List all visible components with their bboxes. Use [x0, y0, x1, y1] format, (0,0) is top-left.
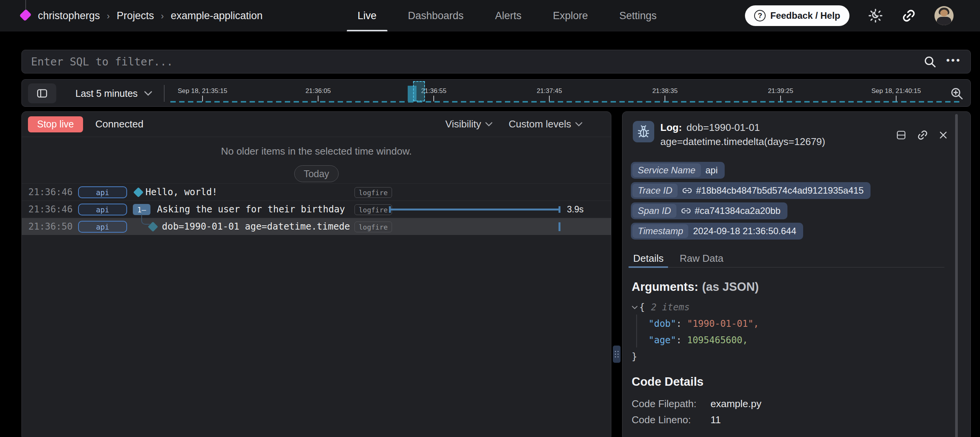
- chevron-right-icon: ›: [107, 11, 110, 21]
- row-timestamp: 21:36:46: [28, 187, 73, 197]
- json-close-brace: }: [632, 349, 637, 365]
- divider: [164, 85, 165, 102]
- panel-resize-handle[interactable]: [613, 346, 621, 363]
- scope-tag[interactable]: logfire: [354, 204, 392, 215]
- span-tick: [559, 222, 560, 231]
- main-tabs: Live Dashboards Alerts Explore Settings: [358, 0, 657, 31]
- span-id-badge[interactable]: Span ID #ca741384ca2a20bb: [631, 202, 787, 219]
- top-nav: christophergs › Projects › example-appli…: [0, 0, 980, 31]
- timestamp-badge[interactable]: Timestamp 2024-09-18 21:36:50.644: [631, 223, 803, 240]
- span-detail-panel: Log:dob=1990-01-01 age=datetime.timedelt…: [622, 111, 971, 437]
- tick-label: 21:36:05: [305, 87, 331, 95]
- scrollbar[interactable]: [955, 114, 958, 437]
- detail-title-kind: Log:: [660, 122, 682, 133]
- tab-raw-data[interactable]: Raw Data: [677, 249, 725, 267]
- tree-connector: [141, 214, 150, 225]
- visibility-dropdown[interactable]: Visibility: [445, 118, 492, 130]
- detail-title: Log:dob=1990-01-01 age=datetime.timedelt…: [660, 121, 825, 149]
- chevron-down-icon: [485, 122, 493, 127]
- tick-mark: [202, 96, 203, 101]
- json-items-note: 2 items: [651, 299, 689, 316]
- breadcrumb-project[interactable]: example-application: [171, 10, 263, 22]
- json-open-brace: {: [639, 299, 645, 316]
- badge-value: api: [701, 165, 723, 176]
- avatar-face: [940, 10, 948, 16]
- trace-id-badge[interactable]: Trace ID #18b84cb4847b5d574c4ad9121935a4…: [631, 182, 871, 199]
- tick-mark: [318, 96, 318, 101]
- tab-details[interactable]: Details: [631, 249, 666, 267]
- tab-alerts[interactable]: Alerts: [495, 0, 521, 31]
- user-avatar[interactable]: [934, 6, 954, 25]
- code-filepath-row: Code Filepath: example.py: [632, 398, 761, 410]
- tick-mark: [780, 96, 781, 101]
- service-pill[interactable]: api: [78, 221, 127, 233]
- chevron-right-icon: ›: [161, 11, 164, 21]
- tick-label: Sep 18, 21:35:15: [178, 87, 227, 95]
- close-icon[interactable]: [938, 130, 948, 140]
- tab-settings[interactable]: Settings: [619, 0, 657, 31]
- logfire-logo-icon[interactable]: [20, 9, 32, 21]
- collapse-children-badge[interactable]: 1–: [133, 204, 150, 215]
- json-colon: :: [676, 316, 681, 332]
- json-number-value: 1095465600,: [687, 332, 748, 349]
- sidebar-toggle-button[interactable]: [28, 83, 56, 103]
- log-row-selected[interactable]: 21:36:50 api dob=1990-01-01 age=datetime…: [22, 218, 611, 235]
- arguments-heading-suffix: (as JSON): [702, 280, 759, 294]
- timeline-toolbar: Last 5 minutes Sep 18, 21:35:15 21:36:05…: [21, 79, 971, 107]
- breadcrumb-projects[interactable]: Projects: [117, 10, 154, 22]
- tick-label: 21:38:35: [652, 87, 678, 95]
- tab-live[interactable]: Live: [358, 0, 377, 31]
- badge-label: Timestamp: [632, 224, 688, 238]
- badge-label: Trace ID: [632, 184, 678, 197]
- time-range-selector[interactable]: Last 5 minutes: [75, 80, 152, 107]
- service-pill[interactable]: api: [78, 186, 127, 198]
- link-icon: [682, 186, 692, 196]
- feedback-help-button[interactable]: ? Feedback / Help: [745, 5, 849, 26]
- badge-label: Service Name: [632, 163, 701, 177]
- search-icon[interactable]: [923, 55, 936, 68]
- json-key: "dob": [648, 316, 676, 332]
- histogram-bar-selected[interactable]: [413, 81, 425, 101]
- code-lineno-row: Code Lineno: 11: [632, 414, 721, 426]
- chevron-down-icon: [144, 91, 152, 96]
- json-string-value: "1990-01-01",: [687, 316, 759, 332]
- empty-notice: No older items in the selected time wind…: [22, 145, 611, 157]
- json-expander-icon[interactable]: [632, 305, 638, 310]
- more-options-icon[interactable]: •••: [946, 55, 961, 65]
- service-pill[interactable]: api: [78, 204, 127, 215]
- split-view-icon[interactable]: [895, 129, 907, 141]
- zoom-in-icon[interactable]: [950, 86, 964, 100]
- sql-filter-bar: •••: [21, 50, 971, 73]
- share-link-icon[interactable]: [902, 8, 916, 23]
- tick-label: 21:37:45: [537, 87, 562, 95]
- tick-mark: [665, 96, 665, 101]
- theme-toggle-icon[interactable]: [868, 8, 883, 23]
- breadcrumb: christophergs › Projects › example-appli…: [38, 0, 263, 31]
- tick-label: Sep 18, 21:40:15: [871, 87, 921, 95]
- row-timestamp: 21:36:50: [28, 221, 73, 232]
- arguments-heading-text: Arguments:: [632, 280, 698, 294]
- stop-live-button[interactable]: Stop live: [28, 116, 83, 132]
- log-message-clip: Asking the user for their birthday: [157, 201, 351, 218]
- scope-tag[interactable]: logfire: [354, 222, 392, 232]
- copy-link-icon[interactable]: [917, 129, 928, 141]
- sql-filter-input[interactable]: [31, 55, 923, 68]
- breadcrumb-org[interactable]: christophergs: [38, 10, 100, 22]
- tab-explore[interactable]: Explore: [553, 0, 588, 31]
- custom-levels-dropdown[interactable]: Custom levels: [509, 118, 583, 130]
- tab-dashboards[interactable]: Dashboards: [408, 0, 464, 31]
- tick-mark: [896, 96, 897, 101]
- live-view-panel: Stop live Connected Visibility Custom le…: [21, 111, 611, 437]
- today-button[interactable]: Today: [294, 165, 339, 182]
- chevron-down-icon: [575, 122, 583, 127]
- timeline-baseline: [170, 101, 962, 103]
- service-name-badge[interactable]: Service Name api: [631, 162, 725, 179]
- tick-mark: [433, 96, 434, 101]
- scope-tag[interactable]: logfire: [354, 187, 392, 198]
- log-message: dob=1990-01-01 age=datetime.timede: [162, 221, 350, 232]
- log-row[interactable]: 21:36:46 api 1– Asking the user for thei…: [22, 201, 611, 218]
- badge-value-text: #ca741384ca2a20bb: [695, 205, 781, 216]
- code-details-heading: Code Details: [632, 375, 704, 389]
- live-view-header: Stop live Connected Visibility Custom le…: [22, 112, 611, 137]
- log-row[interactable]: 21:36:46 api Hello, world! logfire: [22, 183, 611, 201]
